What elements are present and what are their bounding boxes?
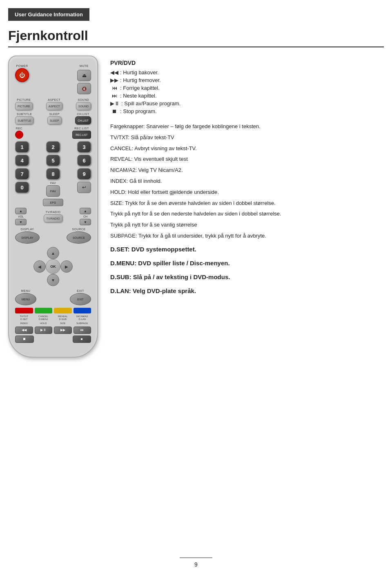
- sleep-button[interactable]: SLEEP: [47, 116, 62, 124]
- tvtxt-label: TV/TXT D.SET: [15, 315, 33, 320]
- ch-down[interactable]: ▼: [80, 219, 91, 225]
- subtitle-row: SUBTITLE SUBTITLE SLEEP SLEEP CH.LIST CH…: [15, 113, 91, 124]
- transport-row-2: ⏹ ■: [15, 336, 91, 343]
- header-bar: User Guidance Information: [8, 8, 89, 21]
- blue-button[interactable]: [74, 308, 91, 313]
- aspect-button[interactable]: ASPECT: [46, 102, 62, 110]
- menu-button[interactable]: MENU: [15, 293, 36, 305]
- num-3[interactable]: 3: [77, 141, 91, 153]
- rec-group: REC: [15, 127, 23, 139]
- fav-button[interactable]: FAV: [46, 185, 60, 197]
- title-divider: [8, 47, 384, 47]
- chlist-button[interactable]: CH.LIST: [75, 116, 91, 124]
- rotate-button[interactable]: ↩: [77, 182, 91, 193]
- num-row-0: 0 FAV FAV ↩: [15, 182, 91, 197]
- info-section: Fargeknapper: Snarveier – følg de farged…: [110, 122, 384, 296]
- sleep-label: SLEEP: [49, 113, 60, 116]
- yellow-button[interactable]: [54, 308, 72, 313]
- menu-label: MENU: [21, 289, 31, 292]
- stop-button[interactable]: ⏹: [15, 336, 34, 343]
- picture-label: PICTURE: [17, 98, 31, 101]
- chlist-group: CH.LIST CH.LIST: [75, 113, 91, 124]
- arrow-up[interactable]: ▲: [47, 247, 59, 259]
- num-7[interactable]: 7: [15, 168, 29, 180]
- num-5[interactable]: 5: [46, 155, 60, 166]
- stop2-button[interactable]: ■: [73, 336, 91, 343]
- subtitle-button[interactable]: SUBTITLE: [15, 116, 33, 124]
- skip-button[interactable]: ⏭: [74, 327, 91, 334]
- picture-button[interactable]: PICTURE: [15, 102, 33, 110]
- picture-group: PICTURE PICTURE: [15, 98, 33, 110]
- green-button[interactable]: [35, 308, 53, 313]
- pvr-item-0: : Hurtig bakover.: [120, 69, 159, 76]
- color-sub-labels: TV/TXT D.SET CANCEL D.MENJ REVEAL D.SUB …: [15, 315, 91, 320]
- red-button[interactable]: [15, 308, 33, 313]
- display-group: DISPLAY DISPLAY: [15, 228, 40, 244]
- list-item: ⏮ : Forrige kapittel.: [110, 85, 384, 91]
- sleep-group: SLEEP SLEEP: [47, 113, 62, 124]
- arrow-down[interactable]: ▼: [47, 274, 59, 286]
- menu-group: MENU MENU: [15, 289, 36, 305]
- dset-text: D.SET: DVD systemoppsettet.: [110, 244, 384, 254]
- arrow-right[interactable]: ▶: [60, 260, 73, 273]
- num-4[interactable]: 4: [15, 155, 29, 166]
- power-group: POWER ⏻: [15, 64, 29, 82]
- tvtxt-text: TV/TXT: Slå på/av tekst-TV: [110, 133, 384, 142]
- power-label: POWER: [16, 64, 28, 67]
- rec-row: REC REC.LIST REC.LIST: [15, 127, 91, 139]
- num-0[interactable]: 0: [15, 182, 29, 193]
- size-text: SIZE: Trykk for å se den øverste halvdel…: [110, 199, 384, 208]
- sound-label: SOUND: [78, 98, 89, 101]
- source-button[interactable]: SOURCE: [67, 231, 91, 244]
- play-pause-button[interactable]: ▶⏸: [35, 327, 53, 334]
- epg-button[interactable]: EPG: [43, 199, 63, 206]
- page-number: 9: [194, 561, 198, 568]
- num-8[interactable]: 8: [46, 168, 60, 180]
- arrow-left[interactable]: ◀: [33, 260, 46, 273]
- ch-up[interactable]: ▲: [80, 208, 91, 214]
- ok-button[interactable]: OK: [46, 259, 60, 274]
- hold-text: HOLD: Hold eller fortsett gjeldende unde…: [110, 188, 384, 197]
- power-button[interactable]: ⏻: [15, 68, 29, 82]
- vol-up[interactable]: ▲: [15, 208, 27, 214]
- exit-button[interactable]: EXIT: [70, 293, 91, 305]
- tvradio-button[interactable]: TV/RADIO: [44, 214, 62, 222]
- mute-button[interactable]: 🔇: [77, 83, 91, 94]
- forward-button[interactable]: ▶▶: [54, 327, 72, 334]
- epg-row: EPG: [15, 199, 91, 206]
- num-6[interactable]: 6: [77, 155, 91, 166]
- reclist-button[interactable]: REC.LIST: [72, 131, 91, 139]
- num-2[interactable]: 2: [46, 141, 60, 153]
- tvradio-label: TV/RADIO: [45, 211, 60, 213]
- rewind-button[interactable]: ◀◀: [15, 327, 33, 334]
- ch-label: CH: [83, 215, 87, 218]
- tvradio-group: TV/RADIO TV/RADIO: [44, 211, 62, 222]
- pvr-list: ◀◀ : Hurtig bakover. ▶▶ : Hurtig fremove…: [110, 69, 384, 114]
- vol-label: VOL: [18, 215, 24, 218]
- sound-button[interactable]: SOUND: [76, 102, 91, 110]
- rec-label: REC: [16, 127, 22, 130]
- source-label: SOURCE: [72, 228, 86, 231]
- dlan-text: D.LAN: Velg DVD-plate språk.: [110, 286, 384, 296]
- subpage-text: SUBPAGE: Trykk for å gå til undersider, …: [110, 232, 384, 240]
- color-keys-text: Fargeknapper: Snarveier – følg de farged…: [110, 122, 384, 131]
- list-item: ⏹ : Stop program.: [110, 108, 384, 114]
- vol-group: ▲ VOL ▼: [15, 208, 27, 225]
- eject-button[interactable]: ⏏: [77, 70, 91, 81]
- pvr-title: PVR/DVD: [110, 60, 384, 66]
- num-1[interactable]: 1: [15, 141, 29, 153]
- hold-lbl: HOLD: [35, 322, 53, 325]
- cancel-text: CANCEL: Avbryt visning av tekst-TV.: [110, 144, 384, 153]
- num-9[interactable]: 9: [77, 168, 91, 180]
- index-row-labels: INDEX HOLD SIZE SUBPAGE: [15, 322, 91, 325]
- index-labels-top: INDEX HOLD SIZE SUBPAGE: [15, 322, 91, 325]
- vol-down[interactable]: ▼: [15, 219, 27, 225]
- subtitle-group: SUBTITLE SUBTITLE: [15, 113, 33, 124]
- top-row: POWER ⏻ MUTE ⏏ 🔇: [15, 64, 91, 94]
- rec-button[interactable]: [15, 131, 23, 139]
- prev-chapter-icon: ⏮: [110, 85, 118, 91]
- num-row-3: 7 8 9: [15, 168, 91, 180]
- mute-group: MUTE ⏏ 🔇: [77, 64, 91, 94]
- stop-icon: ⏹: [110, 108, 118, 114]
- display-button[interactable]: DISPLAY: [15, 231, 40, 244]
